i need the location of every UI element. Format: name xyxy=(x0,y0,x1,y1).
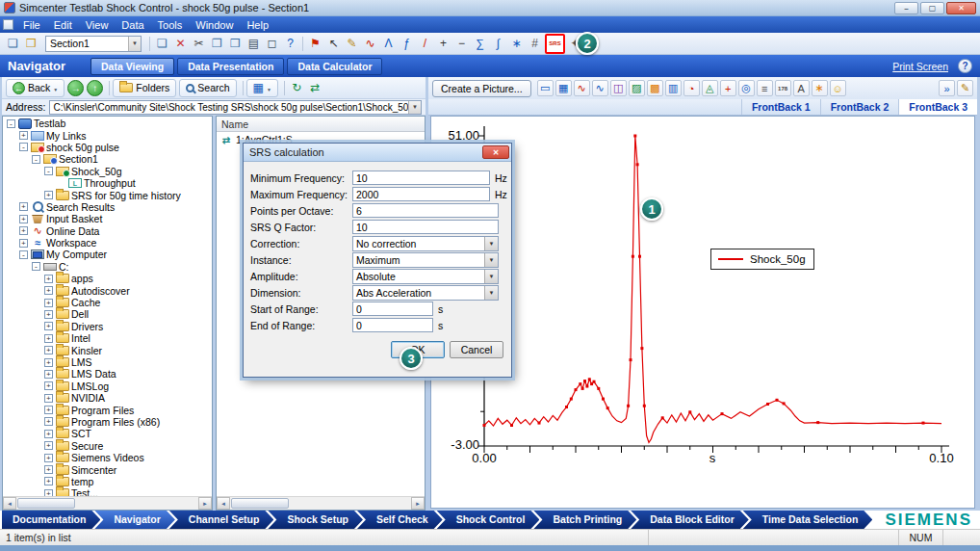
dialog-titlebar[interactable]: SRS calculation xyxy=(244,144,511,162)
tab-data-calculator[interactable]: Data Calculator xyxy=(287,58,382,75)
up-level-button[interactable]: ↑ xyxy=(87,80,103,96)
expand-toggle-icon[interactable]: + xyxy=(44,477,53,485)
tree-item-my-computer[interactable]: -My Computer xyxy=(3,249,212,260)
annotate-pen-icon[interactable]: ✎ xyxy=(344,36,360,52)
maximize-button[interactable] xyxy=(920,2,944,14)
workflow-step-navigator[interactable]: Navigator xyxy=(94,511,174,529)
workflow-step-channel-setup[interactable]: Channel Setup xyxy=(169,511,274,529)
tree-item-search-results[interactable]: +Search Results xyxy=(3,201,212,213)
values-178-icon[interactable]: 178 xyxy=(775,80,791,96)
menu-item-window[interactable]: Window xyxy=(189,18,240,32)
ok-button[interactable]: OK xyxy=(391,341,445,358)
title-bar[interactable]: Simcenter Testlab Shock Control - shock … xyxy=(0,0,980,16)
expand-toggle-icon[interactable]: - xyxy=(19,250,28,259)
open-folder-icon[interactable]: ❒ xyxy=(23,36,39,52)
octave-icon[interactable]: ▥ xyxy=(665,80,682,96)
folders-button[interactable]: Folders xyxy=(113,79,176,97)
tab-frontback-2[interactable]: FrontBack 2 xyxy=(820,99,899,115)
tree-item-cache[interactable]: +Cache xyxy=(3,297,212,308)
start-of-range-input[interactable] xyxy=(352,302,433,316)
bode-icon[interactable]: ◫ xyxy=(610,80,627,96)
layout-quad-icon[interactable]: ▦ xyxy=(555,80,572,96)
expand-toggle-icon[interactable]: + xyxy=(19,131,28,140)
expand-toggle-icon[interactable]: + xyxy=(44,310,53,319)
legend-icon[interactable]: ≡ xyxy=(757,80,773,96)
help-icon[interactable]: ? xyxy=(282,36,298,52)
minimize-button[interactable] xyxy=(894,2,918,14)
back-button[interactable]: Back xyxy=(6,79,64,97)
column-header-name[interactable]: Name xyxy=(217,117,425,132)
refresh-icon[interactable]: ↻ xyxy=(289,80,305,96)
instance-select[interactable]: Maximum xyxy=(352,252,499,268)
plus-icon[interactable]: + xyxy=(435,36,451,52)
tree-item-testlab[interactable]: -Testlab xyxy=(3,118,212,129)
cancel-button[interactable]: Cancel xyxy=(450,341,503,358)
expand-toggle-icon[interactable]: + xyxy=(44,286,53,295)
copy-icon[interactable]: ❐ xyxy=(209,36,225,52)
tree-item-lms-data[interactable]: +LMS Data xyxy=(3,368,212,380)
waterfall-icon[interactable]: ▨ xyxy=(629,80,645,96)
dialog-close-button[interactable] xyxy=(482,145,509,159)
workflow-step-documentation[interactable]: Documentation xyxy=(2,511,100,529)
print-preview-icon[interactable]: ◻ xyxy=(264,36,280,52)
print-screen-link[interactable]: Print Screen xyxy=(892,61,948,72)
colormap-icon[interactable]: ▩ xyxy=(647,80,663,96)
tree-item-throughput[interactable]: Throughput xyxy=(3,177,212,189)
expand-toggle-icon[interactable]: + xyxy=(44,417,53,426)
dimension-select[interactable]: Abs Acceleration xyxy=(352,285,499,301)
tree-item-siemens-videos[interactable]: +Siemens Videos xyxy=(3,452,212,463)
smiley-icon[interactable]: ☺ xyxy=(830,80,846,96)
workflow-step-data-block-editor[interactable]: Data Block Editor xyxy=(631,511,749,529)
tree-item-nvidia[interactable]: +NVIDIA xyxy=(3,392,212,404)
menu-item-edit[interactable]: Edit xyxy=(47,18,79,32)
text-icon[interactable]: A xyxy=(793,80,810,96)
tab-data-presentation[interactable]: Data Presentation xyxy=(177,58,284,75)
tree-item-shock-50g[interactable]: -Shock_50g xyxy=(3,166,212,177)
tree-item-dell[interactable]: +Dell xyxy=(3,308,212,320)
expand-toggle-icon[interactable]: - xyxy=(32,155,40,164)
srs-calculation-icon[interactable]: SRS xyxy=(545,34,565,54)
nyquist-icon[interactable]: ◔ xyxy=(683,80,700,96)
new-document-icon[interactable]: ❏ xyxy=(5,36,21,52)
swap-panes-icon[interactable]: ⇄ xyxy=(307,80,323,96)
integral-icon[interactable]: ∫ xyxy=(490,36,506,52)
expand-toggle-icon[interactable]: + xyxy=(44,299,53,307)
chevron-down-icon[interactable] xyxy=(128,37,141,51)
forward-button[interactable]: → xyxy=(67,80,84,96)
menu-item-data[interactable]: Data xyxy=(115,18,150,32)
tree-item-simcenter[interactable]: +Simcenter xyxy=(3,463,212,475)
tree-item-my-links[interactable]: +My Links xyxy=(3,129,212,141)
expand-toggle-icon[interactable]: + xyxy=(44,346,53,354)
tree-item-kinsler[interactable]: +Kinsler xyxy=(3,344,212,355)
zoom-icon[interactable]: ◎ xyxy=(738,80,755,96)
section-combobox[interactable]: Section1 xyxy=(45,36,142,52)
delete-icon[interactable]: ✕ xyxy=(172,36,189,52)
workflow-step-time-data-selection[interactable]: Time Data Selection xyxy=(743,511,873,529)
expand-toggle-icon[interactable]: + xyxy=(44,441,53,450)
workflow-step-self-check[interactable]: Self Check xyxy=(357,511,443,529)
cursor-icon[interactable]: + xyxy=(720,80,736,96)
flag-icon[interactable]: ⚑ xyxy=(307,36,323,52)
expand-toggle-icon[interactable]: + xyxy=(44,465,53,474)
search-button[interactable]: Search xyxy=(179,79,236,97)
tools-icon[interactable]: ✦ xyxy=(567,36,583,52)
expand-toggle-icon[interactable]: + xyxy=(44,406,53,414)
pointer-icon[interactable]: ↖ xyxy=(325,36,342,52)
workflow-step-batch-printing[interactable]: Batch Printing xyxy=(533,511,636,529)
tab-data-viewing[interactable]: Data Viewing xyxy=(90,58,174,75)
sigma-icon[interactable]: ∑ xyxy=(472,36,488,52)
expand-panel-icon[interactable]: » xyxy=(939,80,955,96)
correction-select[interactable]: No correction xyxy=(352,236,499,251)
tree-item-drivers[interactable]: +Drivers xyxy=(3,321,212,332)
list-horizontal-scrollbar[interactable] xyxy=(217,496,425,510)
paste-icon[interactable]: ❒ xyxy=(227,36,244,52)
slash-icon[interactable]: / xyxy=(417,36,433,52)
minus-icon[interactable]: − xyxy=(453,36,470,52)
tree-item-shock-50g-pulse[interactable]: -shock 50g pulse xyxy=(3,142,212,153)
menu-item-view[interactable]: View xyxy=(79,18,116,32)
close-button[interactable] xyxy=(946,2,976,14)
grid-icon[interactable]: # xyxy=(527,36,543,52)
tree-item-lmslog[interactable]: +LMSLog xyxy=(3,380,212,392)
scroll-right-ic[interactable] xyxy=(411,497,425,510)
time-trace-icon[interactable]: ∿ xyxy=(362,36,378,52)
